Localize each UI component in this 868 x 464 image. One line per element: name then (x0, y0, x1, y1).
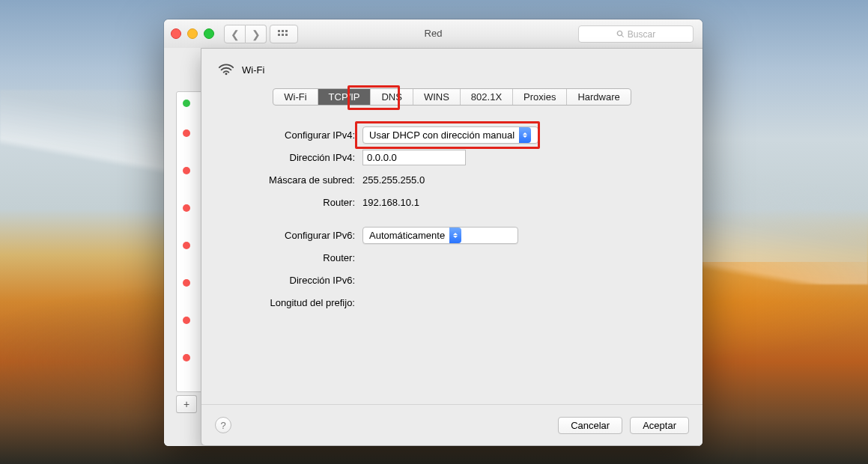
ok-button[interactable]: Aceptar (630, 417, 689, 434)
label-ipv6-address: Dirección IPv6: (201, 275, 359, 286)
chevron-updown-icon (449, 228, 461, 243)
tcpip-form: Configurar IPv4: Usar DHCP con dirección… (201, 123, 702, 314)
label-config-ipv6: Configurar IPv6: (201, 230, 359, 241)
advanced-sheet: Wi-Fi Wi-Fi TCP/IP DNS WINS 802.1X Proxi… (201, 48, 702, 446)
status-dot-icon (183, 167, 190, 174)
titlebar: ❮ ❯ Red Buscar (164, 19, 702, 49)
system-prefs-window: ❮ ❯ Red Buscar + (164, 19, 702, 446)
add-service-button[interactable]: + (176, 395, 197, 413)
tab-wins[interactable]: WINS (413, 89, 461, 105)
label-config-ipv4: Configurar IPv4: (201, 129, 359, 141)
input-

ipv4-address[interactable] (362, 150, 466, 165)
select-value: Usar DHCP con dirección manual (369, 129, 515, 141)
label-prefix-length: Longitud del prefijo: (201, 297, 359, 308)
connection-name: Wi-Fi (242, 64, 264, 76)
tab-dns[interactable]: DNS (371, 89, 413, 105)
status-dot-icon (183, 100, 190, 107)
tab-tcpip[interactable]: TCP/IP (318, 89, 371, 105)
cancel-button[interactable]: Cancelar (558, 417, 622, 434)
tab-proxies[interactable]: Proxies (513, 89, 567, 105)
label-subnet-mask: Máscara de subred: (201, 174, 359, 186)
status-dot-icon (183, 129, 190, 137)
select-config-ipv4[interactable]: Usar DHCP con dirección manual (362, 126, 538, 144)
select-config-ipv6[interactable]: Automáticamente (362, 227, 518, 244)
status-dot-icon (183, 279, 190, 287)
tab-wifi[interactable]: Wi-Fi (273, 89, 318, 105)
search-input[interactable]: Buscar (578, 25, 694, 43)
svg-point-7 (225, 73, 228, 75)
tab-8021x[interactable]: 802.1X (461, 89, 513, 105)
sheet-footer: ? Cancelar Aceptar (201, 404, 702, 445)
desktop-wallpaper: ❮ ❯ Red Buscar + (0, 0, 868, 464)
chevron-updown-icon (519, 127, 531, 143)
help-button[interactable]: ? (215, 417, 231, 433)
tabs: Wi-Fi TCP/IP DNS WINS 802.1X Proxies Har… (273, 88, 631, 106)
wifi-icon (218, 62, 234, 78)
tab-hardware[interactable]: Hardware (567, 89, 630, 105)
label-ipv4-address: Dirección IPv4: (201, 152, 359, 163)
status-dot-icon (183, 242, 190, 249)
value-router-ipv4: 192.168.10.1 (359, 197, 419, 208)
status-dot-icon (183, 354, 190, 361)
label-router-ipv6: Router: (201, 252, 359, 263)
status-dot-icon (183, 204, 190, 212)
search-placeholder: Buscar (628, 29, 655, 40)
status-dot-icon (183, 317, 190, 324)
value-subnet-mask: 255.255.255.0 (359, 174, 425, 186)
label-router-ipv4: Router: (201, 197, 359, 208)
select-value: Automáticamente (369, 230, 445, 241)
